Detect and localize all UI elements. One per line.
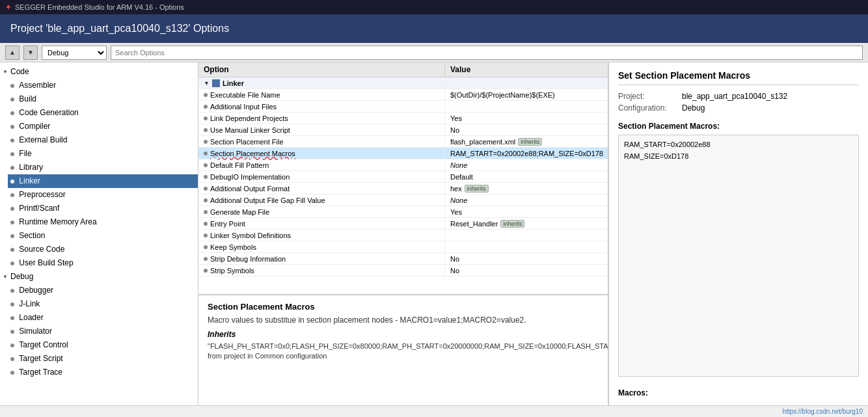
table-row-gap-fill[interactable]: Additional Output File Gap Fill Value No… — [198, 195, 608, 206]
tree-item-preprocessor[interactable]: Preprocessor — [8, 188, 198, 202]
table-row-linker-header: ▼ Linker — [198, 77, 608, 89]
val-entry-point: Reset_Handler inherits — [445, 219, 608, 229]
right-config-field: Configuration: Debug — [618, 103, 859, 113]
val-link-dep: Yes — [445, 113, 608, 124]
tree-toggle-debug: ▼ — [3, 271, 9, 282]
bullet-debugio — [204, 175, 208, 179]
tree-item-simulator[interactable]: Simulator — [8, 325, 198, 338]
tree-item-user-build-step[interactable]: User Build Step — [8, 256, 198, 270]
tree-item-file[interactable]: File — [8, 147, 198, 161]
table-row-map-file[interactable]: Generate Map File Yes — [198, 206, 608, 218]
opt-gap-fill: Additional Output File Gap Fill Value — [198, 195, 445, 206]
tree-item-section[interactable]: Section — [8, 229, 198, 243]
tree-item-target-script[interactable]: Target Script — [8, 352, 198, 366]
bullet-section-file — [204, 140, 208, 144]
content-area: ▼ Code Assembler Build Code Generation C… — [0, 62, 868, 405]
tree-item-jlink[interactable]: J-Link — [8, 297, 198, 311]
up-button[interactable]: ▲ — [5, 46, 20, 60]
opt-section-macros: Section Placement Macros — [198, 148, 445, 159]
bullet-ext-build — [10, 139, 14, 142]
tree-item-printf-scanf[interactable]: Printf/Scanf — [8, 202, 198, 215]
right-macros-box: RAM_START=0x20002e88 RAM_SIZE=0xD178 — [618, 135, 859, 377]
section-blue-icon — [212, 79, 220, 87]
tree-item-debug-root[interactable]: ▼ Debug — [0, 270, 198, 284]
table-row-keep-symbols[interactable]: Keep Symbols — [198, 241, 608, 253]
opt-keep-symbols: Keep Symbols — [198, 242, 445, 252]
opt-debugio: DebugIO Implementation — [198, 172, 445, 182]
table-row-strip-symbols[interactable]: Strip Symbols No — [198, 265, 608, 276]
val-strip-debug: No — [445, 254, 608, 264]
val-section-file: flash_placement.xml inherits — [445, 137, 608, 147]
bullet-assembler — [10, 84, 14, 88]
tree-item-target-control[interactable]: Target Control — [8, 338, 198, 352]
bullet-exe — [204, 93, 208, 97]
opt-add-input: Additional Input Files — [198, 101, 445, 112]
main-window: Project 'ble_app_uart_pca10040_s132' Opt… — [0, 14, 868, 417]
table-row-exe-name[interactable]: Executable File Name $(OutDir)/$(Project… — [198, 89, 608, 101]
tree-item-linker[interactable]: Linker — [8, 174, 198, 188]
table-row-fill-pattern[interactable]: Default Fill Pattern None — [198, 159, 608, 171]
opt-entry-point: Entry Point — [198, 219, 445, 229]
tree-item-external-build[interactable]: External Build — [8, 133, 198, 147]
bullet-gap-fill — [204, 198, 208, 202]
tree-item-compiler[interactable]: Compiler — [8, 120, 198, 133]
tree-item-code[interactable]: ▼ Code — [0, 65, 198, 79]
bullet-map-file — [204, 210, 208, 214]
table-row-entry-point[interactable]: Entry Point Reset_Handler inherits — [198, 218, 608, 230]
center-panel: Option Value ▼ Linker Execut — [198, 62, 608, 405]
bullet-section — [10, 234, 14, 238]
right-project-value: ble_app_uart_pca10040_s132 — [682, 92, 787, 101]
app-logo: ✦ — [5, 3, 11, 12]
table-row-section-macros[interactable]: Section Placement Macros RAM_START=0x200… — [198, 148, 608, 159]
linker-section-label: Linker — [223, 79, 244, 87]
down-button[interactable]: ▼ — [23, 46, 38, 60]
opt-link-dep: Link Dependent Projects — [198, 113, 445, 124]
opt-symbol-def: Linker Symbol Definitions — [198, 230, 445, 241]
val-map-file: Yes — [445, 207, 608, 217]
config-select[interactable]: Debug — [42, 46, 107, 60]
bullet-symbol-def — [204, 234, 208, 237]
bullet-linker — [10, 180, 14, 183]
table-row-output-format[interactable]: Additional Output Format hex inherits — [198, 183, 608, 195]
right-panel: Set Section Placement Macros Project: bl… — [608, 62, 868, 405]
bullet-code-gen — [10, 111, 14, 115]
bullet-printf — [10, 207, 14, 211]
bullet-build — [10, 98, 14, 101]
val-output-format: hex inherits — [445, 183, 608, 194]
table-row-add-input[interactable]: Additional Input Files — [198, 101, 608, 113]
tree-item-runtime-memory[interactable]: Runtime Memory Area — [8, 215, 198, 229]
table-row-strip-debug[interactable]: Strip Debug Information No — [198, 253, 608, 265]
tree-item-debugger[interactable]: Debugger — [8, 284, 198, 297]
tree-item-assembler[interactable]: Assembler — [8, 79, 198, 92]
tree-group-debug: Debugger J-Link Loader Simulator Target … — [0, 284, 198, 379]
val-keep-symbols — [445, 246, 608, 249]
val-section-macros: RAM_START=0x20002e88;RAM_SIZE=0xD178 — [445, 148, 608, 159]
bullet-section-macros — [204, 152, 208, 155]
search-input[interactable] — [111, 46, 863, 60]
table-row-section-file[interactable]: Section Placement File flash_placement.x… — [198, 136, 608, 148]
table-row-symbol-def[interactable]: Linker Symbol Definitions — [198, 230, 608, 241]
val-exe-name: $(OutDir)/$(ProjectName)$(EXE) — [445, 90, 608, 100]
bullet-library — [10, 166, 14, 170]
inherits-badge-output-format: inherits — [465, 185, 489, 193]
bullet-target-script — [10, 357, 14, 361]
tree-item-code-generation[interactable]: Code Generation — [8, 106, 198, 120]
table-row-debugio[interactable]: DebugIO Implementation Default — [198, 171, 608, 183]
val-gap-fill: None — [445, 195, 608, 206]
bullet-link-dep — [204, 116, 208, 120]
tree-item-target-trace[interactable]: Target Trace — [8, 366, 198, 379]
tree-item-build[interactable]: Build — [8, 92, 198, 106]
tree-toggle-code: ▼ — [3, 66, 9, 77]
right-config-value: Debug — [682, 103, 705, 113]
linker-header-option: ▼ Linker — [198, 78, 445, 88]
table-row-link-dep[interactable]: Link Dependent Projects Yes — [198, 113, 608, 124]
header-option: Option — [198, 62, 445, 77]
tree-item-library[interactable]: Library — [8, 161, 198, 174]
bullet-simulator — [10, 330, 14, 334]
tree-item-loader[interactable]: Loader — [8, 311, 198, 325]
table-row-manual-linker[interactable]: Use Manual Linker Script No — [198, 124, 608, 136]
bullet-strip-symbols — [204, 269, 208, 273]
opt-manual-linker: Use Manual Linker Script — [198, 125, 445, 135]
project-title: Project 'ble_app_uart_pca10040_s132' Opt… — [10, 23, 229, 34]
tree-item-source-code[interactable]: Source Code — [8, 243, 198, 256]
